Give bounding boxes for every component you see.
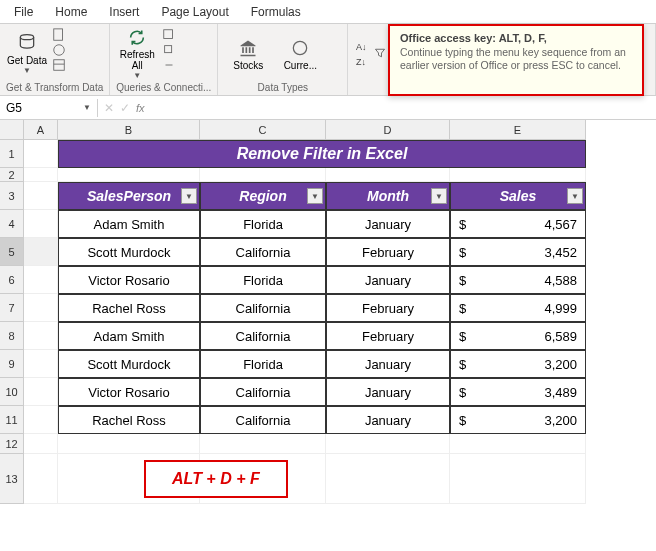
cell-month[interactable]: February: [326, 322, 450, 350]
tab-insert[interactable]: Insert: [99, 1, 149, 23]
cell[interactable]: [200, 434, 326, 454]
cell-salesperson[interactable]: Victor Rosario: [58, 266, 200, 294]
cell[interactable]: [24, 266, 58, 294]
cell[interactable]: [24, 182, 58, 210]
cell[interactable]: [450, 434, 586, 454]
row-header[interactable]: 3: [0, 182, 24, 210]
row-header[interactable]: 6: [0, 266, 24, 294]
cell[interactable]: [450, 168, 586, 182]
cell-month[interactable]: January: [326, 378, 450, 406]
cell-salesperson[interactable]: Scott Murdock: [58, 238, 200, 266]
cell-sales[interactable]: $4,567: [450, 210, 586, 238]
select-all-corner[interactable]: [0, 120, 24, 140]
cell[interactable]: [450, 454, 586, 504]
cell[interactable]: [24, 454, 58, 504]
cell-salesperson[interactable]: Adam Smith: [58, 322, 200, 350]
cell-sales[interactable]: $4,588: [450, 266, 586, 294]
col-header[interactable]: E: [450, 120, 586, 140]
cell-month[interactable]: February: [326, 238, 450, 266]
cell[interactable]: [24, 350, 58, 378]
row-header[interactable]: 5: [0, 238, 24, 266]
table-header-sales[interactable]: Sales▼: [450, 182, 586, 210]
cell-sales[interactable]: $3,489: [450, 378, 586, 406]
cell-month[interactable]: January: [326, 210, 450, 238]
cell-sales[interactable]: $3,452: [450, 238, 586, 266]
cell-region[interactable]: Florida: [200, 350, 326, 378]
cell-region[interactable]: California: [200, 294, 326, 322]
cell-region[interactable]: California: [200, 378, 326, 406]
cell[interactable]: [24, 378, 58, 406]
row-header[interactable]: 7: [0, 294, 24, 322]
row-header[interactable]: 9: [0, 350, 24, 378]
table-icon[interactable]: [52, 58, 66, 72]
filter-button[interactable]: ▼: [431, 188, 447, 204]
file-icon[interactable]: [52, 28, 66, 42]
col-header[interactable]: C: [200, 120, 326, 140]
tab-home[interactable]: Home: [45, 1, 97, 23]
cell-salesperson[interactable]: Adam Smith: [58, 210, 200, 238]
cell[interactable]: [24, 406, 58, 434]
row-header[interactable]: 2: [0, 168, 24, 182]
currencies-button[interactable]: Curre...: [276, 28, 324, 80]
cell-month[interactable]: January: [326, 266, 450, 294]
cell-region[interactable]: California: [200, 406, 326, 434]
query-icon[interactable]: [162, 28, 176, 42]
stocks-button[interactable]: Stocks: [224, 28, 272, 80]
cell-region[interactable]: Florida: [200, 210, 326, 238]
cell-region[interactable]: Florida: [200, 266, 326, 294]
cell-salesperson[interactable]: Rachel Ross: [58, 406, 200, 434]
properties-icon[interactable]: [162, 43, 176, 57]
cell[interactable]: [58, 168, 200, 182]
fx-button[interactable]: fx: [136, 102, 145, 114]
col-header[interactable]: A: [24, 120, 58, 140]
cell-salesperson[interactable]: Victor Rosario: [58, 378, 200, 406]
table-header-region[interactable]: Region▼: [200, 182, 326, 210]
row-header[interactable]: 1: [0, 140, 24, 168]
cell[interactable]: [58, 434, 200, 454]
filter-button[interactable]: ▼: [181, 188, 197, 204]
cell[interactable]: [326, 434, 450, 454]
row-header[interactable]: 10: [0, 378, 24, 406]
cell-salesperson[interactable]: Rachel Ross: [58, 294, 200, 322]
edit-links-icon[interactable]: [162, 58, 176, 72]
cell[interactable]: [24, 168, 58, 182]
cell-region[interactable]: California: [200, 322, 326, 350]
tab-file[interactable]: File: [4, 1, 43, 23]
sort-za-icon[interactable]: Z↓: [354, 54, 368, 68]
title-banner[interactable]: Remove Filter in Excel: [58, 140, 586, 168]
cell[interactable]: [24, 140, 58, 168]
cell[interactable]: [200, 168, 326, 182]
cell[interactable]: [24, 294, 58, 322]
table-header-month[interactable]: Month▼: [326, 182, 450, 210]
row-header[interactable]: 4: [0, 210, 24, 238]
filter-button[interactable]: ▼: [307, 188, 323, 204]
cell[interactable]: [326, 454, 450, 504]
web-icon[interactable]: [52, 43, 66, 57]
get-data-button[interactable]: Get Data ▼: [6, 28, 48, 80]
cell-sales[interactable]: $4,999: [450, 294, 586, 322]
cell[interactable]: [326, 168, 450, 182]
filter-button[interactable]: ▼: [567, 188, 583, 204]
cell[interactable]: [24, 322, 58, 350]
refresh-all-button[interactable]: Refresh All ▼: [116, 28, 158, 80]
cell-sales[interactable]: $3,200: [450, 406, 586, 434]
cell-sales[interactable]: $3,200: [450, 350, 586, 378]
cell[interactable]: [24, 434, 58, 454]
row-header[interactable]: 13: [0, 454, 24, 504]
col-header[interactable]: D: [326, 120, 450, 140]
row-header[interactable]: 12: [0, 434, 24, 454]
tab-pagelayout[interactable]: Page Layout: [151, 1, 238, 23]
cell[interactable]: [24, 210, 58, 238]
cell-month[interactable]: January: [326, 406, 450, 434]
cell[interactable]: [24, 238, 58, 266]
cell-month[interactable]: February: [326, 294, 450, 322]
table-header-salesperson[interactable]: SalesPerson▼: [58, 182, 200, 210]
cell-sales[interactable]: $6,589: [450, 322, 586, 350]
cell-month[interactable]: January: [326, 350, 450, 378]
col-header[interactable]: B: [58, 120, 200, 140]
row-header[interactable]: 8: [0, 322, 24, 350]
row-header[interactable]: 11: [0, 406, 24, 434]
tab-formulas[interactable]: Formulas: [241, 1, 311, 23]
sort-az-icon[interactable]: A↓: [354, 39, 368, 53]
grid-body[interactable]: Remove Filter in Excel SalesPerson▼ Regi…: [24, 140, 656, 504]
